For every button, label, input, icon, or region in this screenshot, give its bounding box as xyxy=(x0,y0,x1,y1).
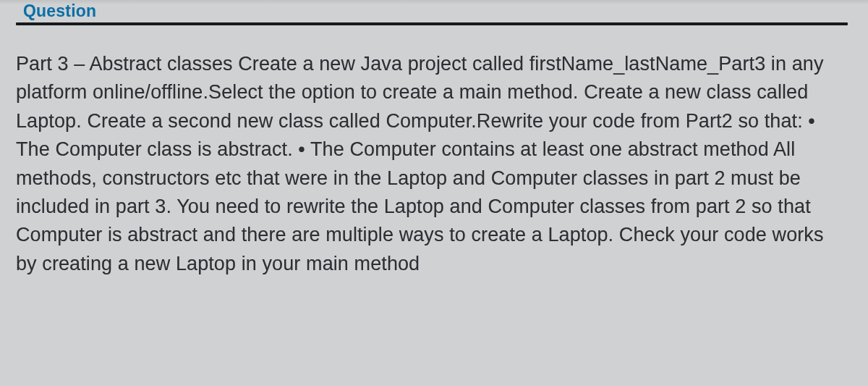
question-header: Question xyxy=(16,0,848,25)
question-body-text: Part 3 – Abstract classes Create a new J… xyxy=(16,50,848,278)
question-label: Question xyxy=(16,1,848,21)
header-divider xyxy=(16,22,848,25)
question-card: Question Part 3 – Abstract classes Creat… xyxy=(0,0,868,386)
